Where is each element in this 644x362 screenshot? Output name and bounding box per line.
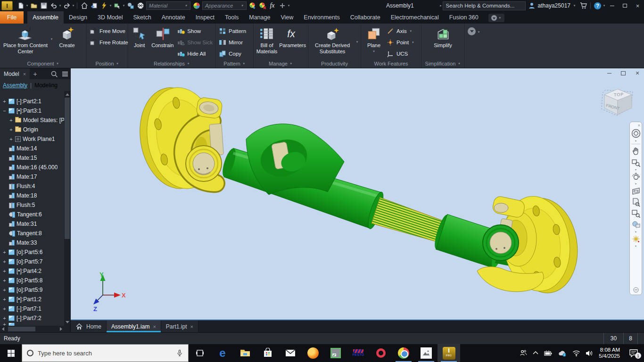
undo-dropdown-icon[interactable]: ▾ bbox=[58, 3, 62, 8]
tab-annotate[interactable]: Annotate bbox=[157, 11, 190, 24]
expander-icon[interactable]: + bbox=[2, 296, 7, 302]
point-button[interactable]: Point ▾ bbox=[386, 37, 415, 48]
notification-center-button[interactable]: 1 bbox=[625, 349, 642, 357]
browser-menu-icon[interactable] bbox=[59, 68, 70, 79]
bill-of-materials-button[interactable]: Bill of Materials bbox=[256, 25, 278, 54]
tree-item[interactable]: +[o]:Part5:7 bbox=[0, 257, 70, 266]
free-rotate-button[interactable]: Free Rotate bbox=[89, 37, 129, 48]
material-combo[interactable]: Material▾ bbox=[146, 1, 190, 10]
user-account[interactable]: athaya25017 ▾ bbox=[528, 2, 576, 9]
ribbon-overflow-button[interactable] bbox=[468, 27, 476, 35]
doc-close-button[interactable]: × bbox=[634, 70, 641, 76]
create-component-button[interactable]: Create bbox=[54, 25, 80, 49]
pan-hand-icon[interactable] bbox=[630, 146, 641, 157]
doc-minimize-button[interactable] bbox=[605, 70, 613, 76]
group-label-component[interactable]: Component▾ bbox=[0, 59, 86, 68]
scroll-down-icon[interactable] bbox=[66, 321, 69, 323]
tree-item[interactable]: Flush:4 bbox=[0, 181, 70, 191]
clear-appearance-icon[interactable] bbox=[257, 1, 267, 10]
browser-add-icon[interactable]: + bbox=[30, 68, 41, 79]
search-expand-icon[interactable]: ▸ bbox=[439, 3, 443, 8]
group-label-position[interactable]: Position▾ bbox=[87, 59, 128, 68]
expander-icon[interactable]: + bbox=[2, 268, 7, 274]
group-label-simplification[interactable]: Simplification▾ bbox=[421, 59, 464, 68]
tree-item[interactable]: Mate:16 (45.000 bbox=[0, 163, 70, 172]
tree-item[interactable]: +[-]:Part7:2 bbox=[0, 313, 70, 323]
axis-button[interactable]: Axis ▾ bbox=[386, 25, 415, 37]
tree-item[interactable]: +[•]:Part4:2 bbox=[0, 266, 70, 276]
scroll-up-icon[interactable] bbox=[66, 93, 69, 96]
drive-shaft-assembly-model[interactable] bbox=[71, 68, 644, 320]
taskbar-app-icon[interactable] bbox=[324, 344, 347, 362]
expander-icon[interactable]: + bbox=[2, 249, 7, 255]
browser-horizontal-scrollbar[interactable] bbox=[0, 326, 70, 332]
browser-tab-modeling[interactable]: Modeling bbox=[34, 82, 58, 89]
user-dropdown-icon[interactable]: ▾ bbox=[573, 3, 576, 8]
tree-item[interactable]: +Model States: [Pr bbox=[0, 115, 70, 125]
help-search-input[interactable] bbox=[443, 1, 526, 10]
zoom-selected-icon[interactable] bbox=[630, 208, 641, 219]
scrollbar-thumb[interactable] bbox=[65, 98, 70, 239]
tree-item[interactable]: Mate:18 bbox=[0, 191, 70, 200]
update-icon[interactable] bbox=[99, 1, 109, 10]
place-dropdown-icon[interactable]: ▾ bbox=[50, 37, 53, 41]
lighting-icon[interactable] bbox=[630, 233, 641, 245]
show-button[interactable]: Show bbox=[176, 25, 214, 37]
tab-fusion-360[interactable]: Fusion 360 bbox=[444, 11, 484, 24]
navbar-collapse-icon[interactable] bbox=[630, 286, 641, 294]
group-dropdown-icon[interactable]: ▾ bbox=[457, 61, 461, 66]
store-cart-icon[interactable] bbox=[578, 1, 588, 10]
plane-dropdown-icon[interactable]: ▾ bbox=[372, 49, 376, 54]
update-dropdown-icon[interactable]: ▾ bbox=[109, 3, 112, 8]
expander-icon[interactable]: + bbox=[2, 306, 7, 312]
taskbar-search-input[interactable] bbox=[38, 350, 172, 357]
onedrive-icon[interactable] bbox=[558, 350, 567, 357]
doc-tab-part1-ipt[interactable]: Part1.ipt × bbox=[161, 321, 198, 332]
battery-icon[interactable] bbox=[544, 350, 553, 356]
people-icon[interactable] bbox=[520, 349, 527, 357]
taskbar-opera-icon[interactable] bbox=[370, 344, 392, 362]
select-filter-icon[interactable] bbox=[112, 1, 122, 10]
tree-item[interactable]: −[•]:Part3:1 bbox=[0, 106, 70, 115]
browser-vertical-scrollbar[interactable] bbox=[64, 91, 70, 326]
ucs-button[interactable]: UCS bbox=[386, 48, 415, 59]
tray-expand-icon[interactable] bbox=[532, 350, 539, 356]
redo-dropdown-icon[interactable]: ▾ bbox=[72, 3, 75, 8]
simplify-button[interactable]: Simplify bbox=[425, 25, 462, 49]
browser-search-icon[interactable] bbox=[49, 68, 59, 79]
look-at-icon[interactable] bbox=[630, 185, 641, 197]
tree-item[interactable]: +Work Plane1 bbox=[0, 134, 70, 144]
expander-icon[interactable]: + bbox=[9, 127, 13, 132]
tab-assemble[interactable]: Assemble bbox=[27, 11, 64, 24]
volume-icon[interactable] bbox=[586, 350, 594, 357]
tree-item[interactable]: +[-]:Part7:1 bbox=[0, 304, 70, 313]
zoom-window-icon[interactable] bbox=[630, 197, 641, 208]
doc-tab-home[interactable]: Home bbox=[71, 321, 107, 332]
window-restore-button[interactable] bbox=[619, 1, 631, 10]
tab-view[interactable]: View bbox=[275, 11, 298, 24]
group-dropdown-icon[interactable]: ▾ bbox=[116, 61, 119, 66]
mirror-button[interactable]: Mirror bbox=[218, 37, 247, 48]
group-label-manage[interactable]: Manage▾ bbox=[254, 59, 308, 68]
browser-tab-assembly[interactable]: Assembly bbox=[3, 82, 27, 89]
expander-icon[interactable]: + bbox=[2, 99, 7, 104]
axis-dropdown-icon[interactable]: ▾ bbox=[409, 29, 413, 33]
adjust-appearance-icon[interactable] bbox=[248, 1, 257, 10]
copy-button[interactable]: Copy bbox=[218, 48, 247, 59]
tree-item[interactable]: Tangent:8 bbox=[0, 229, 70, 238]
navigation-wheel-icon[interactable] bbox=[630, 127, 641, 140]
appearance-wheel-icon[interactable] bbox=[191, 1, 201, 10]
joint-button[interactable]: Joint bbox=[130, 25, 149, 49]
navbar-caret-icon[interactable]: ▾ bbox=[635, 245, 636, 247]
tab-manage[interactable]: Manage bbox=[244, 11, 275, 24]
taskbar-inventor-icon[interactable]: IPRO bbox=[438, 344, 460, 362]
viewport-3d[interactable]: × TOP FRONT × ▾ ▾ bbox=[71, 68, 644, 320]
taskbar-festo-icon[interactable]: FESTO bbox=[347, 344, 370, 362]
tree-item[interactable]: Tangent:6 bbox=[0, 210, 70, 219]
viewcube-top-label[interactable]: TOP bbox=[614, 92, 624, 97]
ribbon-overflow-caret-icon[interactable]: ▾ bbox=[477, 30, 480, 34]
tree-item[interactable]: Mate:15 bbox=[0, 153, 70, 163]
tree-item[interactable]: +Origin bbox=[0, 125, 70, 134]
customize-plus-icon[interactable] bbox=[277, 1, 287, 10]
doc-tab-assembly1-iam[interactable]: Assembly1.iam × bbox=[107, 321, 161, 332]
